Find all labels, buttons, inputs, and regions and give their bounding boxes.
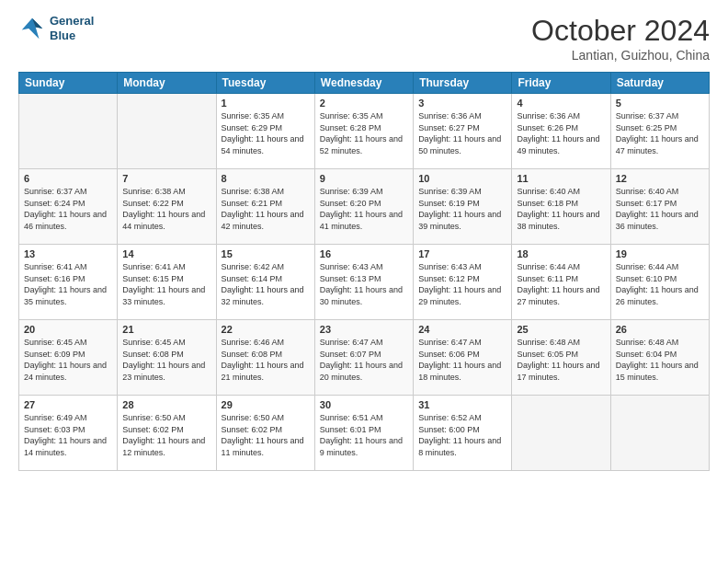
- day-info: Sunrise: 6:41 AM Sunset: 6:15 PM Dayligh…: [122, 261, 210, 307]
- day-number: 11: [517, 173, 605, 184]
- day-number: 10: [418, 173, 506, 184]
- day-number: 7: [122, 173, 210, 184]
- day-number: 29: [222, 399, 310, 410]
- logo-icon: [18, 15, 46, 42]
- day-header-wednesday: Wednesday: [314, 73, 413, 94]
- calendar-cell: 2Sunrise: 6:35 AM Sunset: 6:28 PM Daylig…: [314, 94, 413, 169]
- day-info: Sunrise: 6:38 AM Sunset: 6:21 PM Dayligh…: [222, 186, 310, 232]
- day-number: 16: [320, 248, 408, 259]
- day-info: Sunrise: 6:49 AM Sunset: 6:03 PM Dayligh…: [24, 412, 112, 458]
- day-number: 3: [418, 98, 506, 109]
- calendar-cell: 31Sunrise: 6:52 AM Sunset: 6:00 PM Dayli…: [414, 396, 512, 471]
- calendar-cell: 24Sunrise: 6:47 AM Sunset: 6:06 PM Dayli…: [414, 320, 512, 396]
- day-info: Sunrise: 6:43 AM Sunset: 6:13 PM Dayligh…: [320, 261, 408, 307]
- calendar-cell: 4Sunrise: 6:36 AM Sunset: 6:26 PM Daylig…: [512, 94, 610, 169]
- calendar-cell: 17Sunrise: 6:43 AM Sunset: 6:12 PM Dayli…: [414, 245, 512, 320]
- calendar-cell: 30Sunrise: 6:51 AM Sunset: 6:01 PM Dayli…: [314, 396, 413, 471]
- month-title: October 2024: [531, 14, 710, 48]
- day-header-sunday: Sunday: [19, 73, 118, 94]
- day-info: Sunrise: 6:39 AM Sunset: 6:19 PM Dayligh…: [418, 186, 506, 232]
- day-number: 14: [122, 248, 210, 259]
- calendar: SundayMondayTuesdayWednesdayThursdayFrid…: [18, 72, 710, 471]
- day-number: 1: [222, 98, 310, 109]
- calendar-header-row: SundayMondayTuesdayWednesdayThursdayFrid…: [19, 73, 710, 94]
- day-number: 24: [418, 324, 506, 335]
- calendar-cell: 27Sunrise: 6:49 AM Sunset: 6:03 PM Dayli…: [19, 396, 118, 471]
- day-number: 31: [418, 399, 506, 410]
- day-number: 20: [24, 324, 112, 335]
- calendar-cell: 5Sunrise: 6:37 AM Sunset: 6:25 PM Daylig…: [610, 94, 709, 169]
- calendar-cell: 11Sunrise: 6:40 AM Sunset: 6:18 PM Dayli…: [512, 169, 610, 245]
- calendar-cell: 6Sunrise: 6:37 AM Sunset: 6:24 PM Daylig…: [19, 169, 118, 245]
- day-number: 12: [616, 173, 704, 184]
- day-number: 25: [517, 324, 605, 335]
- calendar-cell: 26Sunrise: 6:48 AM Sunset: 6:04 PM Dayli…: [610, 320, 709, 396]
- day-number: 27: [24, 399, 112, 410]
- day-header-monday: Monday: [118, 73, 216, 94]
- day-info: Sunrise: 6:35 AM Sunset: 6:28 PM Dayligh…: [320, 110, 408, 156]
- day-info: Sunrise: 6:39 AM Sunset: 6:20 PM Dayligh…: [320, 186, 408, 232]
- logo-line2: Blue: [50, 29, 75, 42]
- calendar-week-row: 6Sunrise: 6:37 AM Sunset: 6:24 PM Daylig…: [19, 169, 710, 245]
- day-number: 28: [122, 399, 210, 410]
- calendar-cell: 18Sunrise: 6:44 AM Sunset: 6:11 PM Dayli…: [512, 245, 610, 320]
- calendar-week-row: 1Sunrise: 6:35 AM Sunset: 6:29 PM Daylig…: [19, 94, 710, 169]
- day-info: Sunrise: 6:37 AM Sunset: 6:25 PM Dayligh…: [616, 110, 704, 156]
- calendar-cell: 3Sunrise: 6:36 AM Sunset: 6:27 PM Daylig…: [414, 94, 512, 169]
- day-info: Sunrise: 6:40 AM Sunset: 6:18 PM Dayligh…: [517, 186, 605, 232]
- calendar-cell: [118, 94, 216, 169]
- day-info: Sunrise: 6:36 AM Sunset: 6:27 PM Dayligh…: [418, 110, 506, 156]
- day-header-tuesday: Tuesday: [216, 73, 314, 94]
- calendar-cell: 29Sunrise: 6:50 AM Sunset: 6:02 PM Dayli…: [216, 396, 314, 471]
- day-number: 19: [616, 248, 704, 259]
- day-info: Sunrise: 6:44 AM Sunset: 6:10 PM Dayligh…: [616, 261, 704, 307]
- day-header-saturday: Saturday: [610, 73, 709, 94]
- day-number: 5: [616, 98, 704, 109]
- day-number: 8: [222, 173, 310, 184]
- day-info: Sunrise: 6:46 AM Sunset: 6:08 PM Dayligh…: [222, 337, 310, 383]
- day-number: 4: [517, 98, 605, 109]
- logo-text: General Blue: [50, 14, 94, 42]
- day-info: Sunrise: 6:36 AM Sunset: 6:26 PM Dayligh…: [517, 110, 605, 156]
- day-info: Sunrise: 6:42 AM Sunset: 6:14 PM Dayligh…: [222, 261, 310, 307]
- day-info: Sunrise: 6:44 AM Sunset: 6:11 PM Dayligh…: [517, 261, 605, 307]
- calendar-cell: 16Sunrise: 6:43 AM Sunset: 6:13 PM Dayli…: [314, 245, 413, 320]
- calendar-cell: 8Sunrise: 6:38 AM Sunset: 6:21 PM Daylig…: [216, 169, 314, 245]
- calendar-cell: 9Sunrise: 6:39 AM Sunset: 6:20 PM Daylig…: [314, 169, 413, 245]
- day-number: 22: [222, 324, 310, 335]
- day-number: 18: [517, 248, 605, 259]
- header: General Blue October 2024 Lantian, Guizh…: [18, 14, 710, 63]
- calendar-cell: 20Sunrise: 6:45 AM Sunset: 6:09 PM Dayli…: [19, 320, 118, 396]
- calendar-cell: 19Sunrise: 6:44 AM Sunset: 6:10 PM Dayli…: [610, 245, 709, 320]
- calendar-cell: [610, 396, 709, 471]
- day-number: 2: [320, 98, 408, 109]
- calendar-cell: 23Sunrise: 6:47 AM Sunset: 6:07 PM Dayli…: [314, 320, 413, 396]
- day-number: 26: [616, 324, 704, 335]
- logo: General Blue: [18, 14, 94, 42]
- day-info: Sunrise: 6:35 AM Sunset: 6:29 PM Dayligh…: [222, 110, 310, 156]
- location: Lantian, Guizhou, China: [531, 48, 710, 63]
- calendar-cell: 14Sunrise: 6:41 AM Sunset: 6:15 PM Dayli…: [118, 245, 216, 320]
- day-info: Sunrise: 6:47 AM Sunset: 6:06 PM Dayligh…: [418, 337, 506, 383]
- day-number: 23: [320, 324, 408, 335]
- calendar-cell: 7Sunrise: 6:38 AM Sunset: 6:22 PM Daylig…: [118, 169, 216, 245]
- day-number: 30: [320, 399, 408, 410]
- day-info: Sunrise: 6:51 AM Sunset: 6:01 PM Dayligh…: [320, 412, 408, 458]
- page: General Blue October 2024 Lantian, Guizh…: [0, 0, 728, 563]
- title-block: October 2024 Lantian, Guizhou, China: [531, 14, 710, 63]
- day-info: Sunrise: 6:47 AM Sunset: 6:07 PM Dayligh…: [320, 337, 408, 383]
- day-number: 15: [222, 248, 310, 259]
- calendar-cell: 22Sunrise: 6:46 AM Sunset: 6:08 PM Dayli…: [216, 320, 314, 396]
- day-info: Sunrise: 6:38 AM Sunset: 6:22 PM Dayligh…: [122, 186, 210, 232]
- day-info: Sunrise: 6:40 AM Sunset: 6:17 PM Dayligh…: [616, 186, 704, 232]
- day-header-friday: Friday: [512, 73, 610, 94]
- calendar-cell: 12Sunrise: 6:40 AM Sunset: 6:17 PM Dayli…: [610, 169, 709, 245]
- day-number: 6: [24, 173, 112, 184]
- day-info: Sunrise: 6:45 AM Sunset: 6:08 PM Dayligh…: [122, 337, 210, 383]
- calendar-cell: [19, 94, 118, 169]
- calendar-cell: 15Sunrise: 6:42 AM Sunset: 6:14 PM Dayli…: [216, 245, 314, 320]
- day-info: Sunrise: 6:41 AM Sunset: 6:16 PM Dayligh…: [24, 261, 112, 307]
- day-number: 21: [122, 324, 210, 335]
- calendar-week-row: 13Sunrise: 6:41 AM Sunset: 6:16 PM Dayli…: [19, 245, 710, 320]
- calendar-cell: 1Sunrise: 6:35 AM Sunset: 6:29 PM Daylig…: [216, 94, 314, 169]
